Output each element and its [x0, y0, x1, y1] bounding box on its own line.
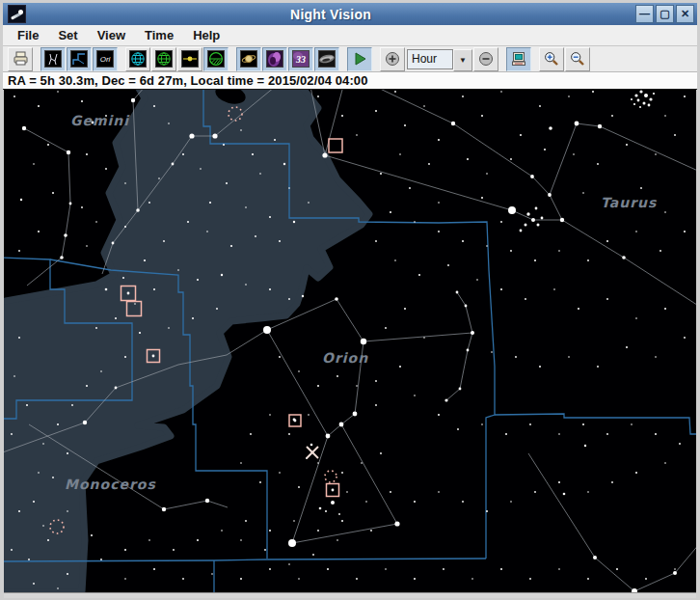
- window-bottom-border: [4, 592, 696, 598]
- minimize-button[interactable]: —: [635, 5, 654, 23]
- time-increment-button[interactable]: [380, 47, 405, 71]
- radec-grid-button[interactable]: [125, 47, 150, 71]
- title-bar[interactable]: Night Vision — ▢ ✕: [3, 3, 697, 25]
- planets-button[interactable]: [236, 47, 261, 71]
- constellation-label-gemini: Gemini: [70, 113, 130, 128]
- zoom-out-button[interactable]: [565, 47, 590, 71]
- time-step-combobox[interactable]: Hour▼: [407, 49, 472, 69]
- menu-item-set[interactable]: Set: [49, 26, 86, 44]
- status-bar: RA = 5h 30.3m, Dec = 6d 27m, Local time …: [3, 72, 697, 90]
- menu-item-time[interactable]: Time: [136, 26, 182, 44]
- milkyway-button[interactable]: [314, 47, 339, 71]
- constellation-names-icon: Ori: [96, 50, 114, 68]
- toolbar: Ori33Hour▼: [3, 46, 697, 72]
- constellation-label-taurus: Taurus: [601, 195, 658, 210]
- play-icon: [351, 50, 368, 68]
- close-button[interactable]: ✕: [676, 5, 694, 23]
- computer-clock-button[interactable]: [506, 47, 531, 71]
- menu-bar: FileSetViewTimeHelp: [3, 25, 697, 46]
- ecliptic-button[interactable]: [177, 47, 202, 71]
- menu-item-view[interactable]: View: [89, 26, 134, 44]
- app-window: Night Vision — ▢ ✕ FileSetViewTimeHelp O…: [0, 0, 700, 600]
- constellation-names-button[interactable]: Ori: [93, 47, 118, 71]
- sky-chart[interactable]: GeminiTaurusOrionMonoceros: [4, 90, 696, 592]
- zoom-out-icon: [569, 50, 586, 68]
- horizon-button[interactable]: [203, 47, 229, 71]
- altaz-grid-icon: [155, 50, 173, 68]
- comet-app-icon: [8, 5, 26, 23]
- planets-icon: [240, 50, 257, 68]
- altaz-grid-button[interactable]: [151, 47, 176, 71]
- combobox-dropdown-arrow-icon[interactable]: ▼: [453, 49, 472, 71]
- constellation-lines-button[interactable]: [40, 47, 66, 71]
- time-increment-icon: [384, 50, 401, 68]
- radec-grid-icon: [129, 50, 147, 68]
- ecliptic-icon: [181, 50, 199, 68]
- constellation-boundaries-button[interactable]: [67, 47, 92, 71]
- status-text: RA = 5h 30.3m, Dec = 6d 27m, Local time …: [8, 73, 368, 88]
- milkyway-icon: [318, 50, 336, 68]
- zoom-in-icon: [543, 50, 560, 68]
- time-step-value[interactable]: Hour: [407, 49, 453, 69]
- svg-text:Ori: Ori: [100, 55, 111, 64]
- play-button[interactable]: [347, 47, 372, 71]
- constellation-lines-icon: [44, 50, 62, 68]
- messier-labels-button[interactable]: 33: [288, 47, 313, 71]
- printer-button[interactable]: [8, 47, 33, 71]
- time-decrement-button[interactable]: [473, 47, 498, 71]
- constellation-label-monoceros: Monoceros: [65, 477, 156, 492]
- messier-labels-icon: 33: [292, 50, 310, 68]
- zoom-in-button[interactable]: [539, 47, 564, 71]
- svg-text:33: 33: [295, 54, 306, 65]
- time-decrement-icon: [477, 50, 495, 68]
- computer-clock-icon: [510, 50, 527, 68]
- maximize-button[interactable]: ▢: [656, 5, 674, 23]
- window-title: Night Vision: [26, 7, 635, 22]
- printer-icon: [12, 50, 29, 68]
- menu-item-help[interactable]: Help: [184, 26, 229, 44]
- deepsky-button[interactable]: [262, 47, 287, 71]
- deepsky-icon: [266, 50, 283, 68]
- constellation-label-orion: Orion: [322, 350, 368, 366]
- menu-item-file[interactable]: File: [9, 26, 47, 44]
- horizon-icon: [207, 50, 225, 68]
- constellation-boundaries-icon: [70, 50, 88, 68]
